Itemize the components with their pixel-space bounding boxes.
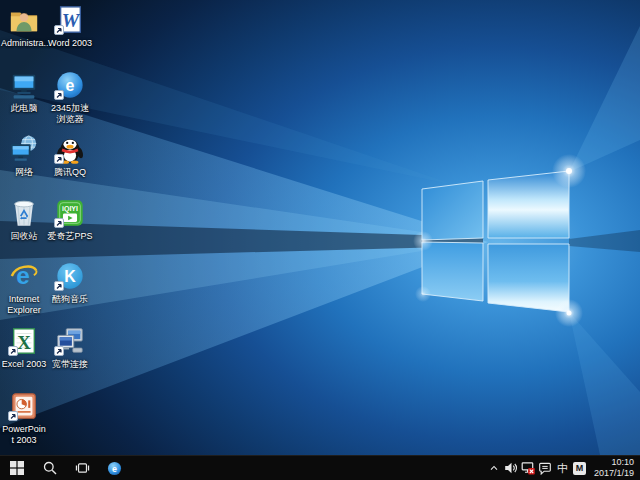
taskbar-left: e (0, 456, 130, 480)
shortcut-arrow-overlay (54, 281, 64, 291)
desktop-icon-kugou-music[interactable]: K 酷狗音乐 (47, 260, 93, 305)
shortcut-arrow-overlay (54, 90, 64, 100)
tray-ime-language-indicator[interactable]: 中 (554, 456, 571, 480)
desktop-icon-label: Word 2003 (48, 38, 92, 49)
windows-hero-wallpaper (0, 0, 640, 455)
desktop-icon-recycle-bin[interactable]: 回收站 (1, 197, 47, 242)
computer-icon (9, 70, 39, 100)
ime-language-label: 中 (557, 463, 568, 474)
taskbar-clock[interactable]: 10:10 2017/1/19 (588, 456, 640, 480)
desktop-icon-label: 爱奇艺PPS (47, 231, 92, 242)
user-folder-icon (9, 5, 39, 35)
desktop-icon-network[interactable]: 网络 (1, 133, 47, 178)
svg-text:X: X (17, 332, 31, 353)
svg-text:iQIYI: iQIYI (62, 205, 78, 213)
desktop-icon-label: 宽带连接 (52, 359, 88, 370)
desktop-icon-label: Internet Explorer (1, 294, 47, 316)
tray-show-hidden-icons-button[interactable] (486, 456, 503, 480)
clock-time: 10:10 (611, 457, 634, 468)
windows-start-icon (10, 461, 24, 475)
shortcut-arrow-overlay (54, 218, 64, 228)
svg-text:W: W (62, 9, 81, 31)
svg-text:K: K (64, 268, 76, 285)
clock-date: 2017/1/19 (594, 468, 634, 479)
search-button[interactable] (34, 456, 66, 480)
shortcut-arrow-overlay (54, 346, 64, 356)
desktop-icon-word-2003[interactable]: W Word 2003 (47, 4, 93, 49)
tray-volume-button[interactable] (503, 456, 520, 480)
2345-browser-icon: e (107, 461, 122, 476)
desktop-icon-2345-browser[interactable]: e 2345加速浏览器 (47, 69, 93, 125)
desktop-icon-label: Administra... (1, 38, 47, 49)
system-tray: 中 M 10:10 2017/1/19 (486, 456, 640, 480)
internet-explorer-icon: e (9, 261, 39, 291)
taskbar-app-2345-browser[interactable]: e (98, 456, 130, 480)
chevron-up-icon (488, 462, 500, 474)
tray-action-center-button[interactable] (537, 456, 554, 480)
desktop-icon-broadband[interactable]: 宽带连接 (47, 325, 93, 370)
desktop-icon-label: 腾讯QQ (54, 167, 86, 178)
desktop-icon-label: 回收站 (11, 231, 38, 242)
desktop-icon-iqiyi-pps[interactable]: iQIYI 爱奇艺PPS (47, 197, 93, 242)
speaker-icon (504, 461, 518, 475)
shortcut-arrow-overlay (54, 25, 64, 35)
desktop-icon-tencent-qq[interactable]: 腾讯QQ (47, 133, 93, 178)
recycle-bin-icon (9, 198, 39, 228)
svg-text:e: e (66, 77, 75, 94)
desktop-icon-excel-2003[interactable]: X Excel 2003 (1, 325, 47, 370)
shortcut-arrow-overlay (8, 346, 18, 356)
action-center-icon (538, 461, 552, 475)
shortcut-arrow-overlay (8, 411, 18, 421)
search-icon (43, 461, 57, 475)
desktop-icon-administrator[interactable]: Administra... (1, 4, 47, 49)
shortcut-arrow-overlay (54, 154, 64, 164)
desktop-icon-label: 酷狗音乐 (52, 294, 88, 305)
desktop: Administra... 此电脑 网络 (0, 0, 640, 455)
task-view-button[interactable] (66, 456, 98, 480)
desktop-icon-label: 2345加速浏览器 (47, 103, 93, 125)
taskbar: e (0, 455, 640, 480)
desktop-icon-this-pc[interactable]: 此电脑 (1, 69, 47, 114)
svg-text:e: e (112, 463, 117, 473)
desktop-icon-label: PowerPoint 2003 (1, 424, 47, 446)
network-icon (9, 134, 39, 164)
desktop-icon-label: 网络 (15, 167, 33, 178)
start-button[interactable] (0, 456, 34, 480)
ime-mode-label: M (573, 462, 586, 475)
desktop-icon-internet-explorer[interactable]: e Internet Explorer (1, 260, 47, 316)
network-disconnected-icon (521, 461, 535, 475)
tray-ime-mode-indicator[interactable]: M (571, 456, 588, 480)
desktop-icon-powerpoint-2003[interactable]: PowerPoint 2003 (1, 390, 47, 446)
task-view-icon (75, 461, 90, 475)
desktop-icon-label: 此电脑 (11, 103, 38, 114)
tray-network-disconnected-button[interactable] (520, 456, 537, 480)
desktop-icon-label: Excel 2003 (2, 359, 47, 370)
